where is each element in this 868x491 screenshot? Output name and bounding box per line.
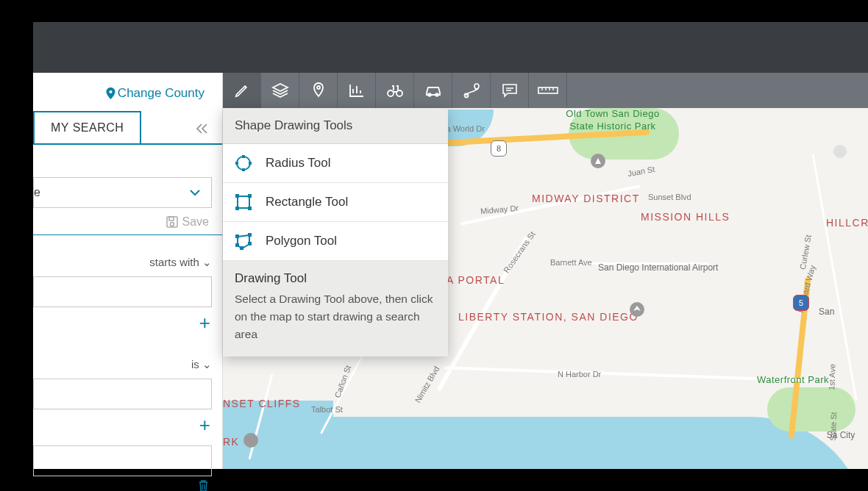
comment-icon: [502, 83, 518, 98]
dropdown-value: e: [34, 186, 40, 199]
panel-footer-description: Select a Drawing Tool above, then click …: [235, 290, 436, 343]
panel-footer-title: Drawing Tool: [235, 271, 436, 286]
poi-label: Old Town San Diego State Historic Park: [561, 108, 664, 133]
panel-footer: Drawing Tool Select a Drawing Tool above…: [223, 261, 448, 356]
svg-rect-18: [248, 207, 252, 210]
filter-input-3[interactable]: [33, 445, 212, 476]
search-sidebar: Change County MY SEARCH e Save: [33, 73, 223, 469]
binoculars-tool-button[interactable]: [376, 73, 414, 108]
svg-point-5: [396, 90, 402, 96]
district-label: MISSION HILLS: [641, 211, 730, 223]
ruler-icon: [538, 85, 558, 96]
chevron-double-left-icon: [196, 123, 209, 135]
poi-marker-icon: [833, 145, 847, 158]
district-label: MIDWAY DISTRICT: [532, 192, 640, 205]
poi-label: San Diego International Airport: [598, 262, 679, 274]
svg-rect-1: [169, 217, 174, 221]
road-label: N Harbor Dr: [558, 370, 601, 379]
map-toolbar: [223, 73, 868, 108]
road-label: Barnett Ave: [550, 258, 592, 267]
chart-tool-button[interactable]: [338, 73, 376, 108]
plus-icon: +: [199, 312, 210, 334]
car-tool-button[interactable]: [414, 73, 452, 108]
map-pin-icon: [312, 82, 325, 99]
road-label: Rosecrans St: [502, 230, 537, 275]
radius-icon: [235, 154, 252, 172]
route-tool-button[interactable]: [452, 73, 491, 108]
district-label: NSET CLIFFS: [223, 398, 301, 409]
search-type-dropdown[interactable]: e: [33, 177, 212, 208]
add-filter-2-button[interactable]: +: [33, 409, 222, 440]
bar-chart-icon: [349, 83, 365, 98]
district-label: A PORTAL: [447, 274, 505, 286]
svg-rect-16: [248, 194, 252, 198]
tab-my-search[interactable]: MY SEARCH: [33, 111, 141, 143]
district-label: LIBERTY STATION, SAN DIEGO: [458, 310, 547, 324]
map-area: Sea World Dr Midway Dr Rosecrans St Juan…: [223, 73, 868, 469]
delete-filter-button[interactable]: [33, 476, 222, 491]
ruler-tool-button[interactable]: [529, 73, 567, 108]
filter-operator-2[interactable]: is ⌄: [33, 337, 222, 376]
highway-shield: 8: [491, 140, 507, 157]
svg-point-4: [388, 90, 394, 96]
airport-marker-icon: [630, 302, 644, 317]
draw-tool-button[interactable]: [223, 73, 261, 108]
pin-tool-button[interactable]: [299, 73, 338, 108]
layers-icon: [271, 82, 289, 98]
svg-rect-22: [240, 246, 243, 250]
app-header: [33, 22, 868, 73]
filter-input-1[interactable]: [33, 276, 212, 307]
svg-rect-19: [235, 234, 239, 238]
polygon-tool-item[interactable]: Polygon Tool: [223, 222, 448, 261]
svg-rect-10: [242, 155, 245, 158]
change-county-link[interactable]: Change County: [33, 73, 222, 110]
change-county-label: Change County: [118, 86, 204, 101]
svg-rect-21: [248, 242, 252, 246]
poi-label: San: [819, 307, 834, 317]
shape-tools-panel: Shape Drawing Tools Radius Tool Rectangl…: [223, 108, 448, 356]
car-icon: [424, 84, 443, 97]
svg-rect-14: [238, 196, 249, 208]
district-label: HILLCRE: [826, 217, 868, 229]
svg-point-2: [170, 223, 174, 226]
binoculars-icon: [385, 83, 405, 98]
filter-input-2[interactable]: [33, 379, 212, 409]
svg-rect-12: [235, 162, 238, 165]
road-label: Sunset Blvd: [648, 193, 691, 201]
svg-rect-13: [249, 162, 252, 165]
radius-tool-item[interactable]: Radius Tool: [223, 144, 448, 183]
panel-item-label: Polygon Tool: [266, 234, 337, 248]
poi-marker-icon: [243, 433, 258, 448]
comment-tool-button[interactable]: [491, 73, 529, 108]
poi-marker-icon: [591, 154, 605, 168]
route-icon: [463, 82, 480, 98]
rectangle-icon: [235, 193, 252, 211]
plus-icon: +: [199, 414, 210, 436]
add-filter-1-button[interactable]: +: [33, 307, 222, 337]
trash-icon: [198, 479, 209, 491]
svg-rect-15: [235, 194, 239, 198]
road-label: Talbot St: [311, 405, 343, 414]
panel-header: Shape Drawing Tools: [223, 108, 448, 144]
save-icon: [166, 216, 178, 228]
svg-rect-23: [235, 243, 239, 247]
svg-rect-20: [248, 233, 252, 237]
filter-operator-1[interactable]: starts with ⌄: [33, 235, 222, 273]
road-label: Juan St: [627, 165, 655, 178]
collapse-sidebar-button[interactable]: [196, 123, 222, 143]
rectangle-tool-item[interactable]: Rectangle Tool: [223, 183, 448, 222]
highway-shield: 5: [793, 295, 809, 311]
svg-rect-17: [235, 207, 239, 210]
panel-item-label: Rectangle Tool: [266, 195, 348, 209]
location-pin-icon: [106, 87, 115, 99]
polygon-icon: [235, 232, 252, 250]
poi-label: Sa City: [826, 430, 855, 440]
tab-label: MY SEARCH: [51, 121, 124, 134]
layers-tool-button[interactable]: [261, 73, 299, 108]
svg-rect-11: [242, 168, 245, 171]
poi-label: Waterfront Park: [756, 374, 830, 386]
svg-point-3: [317, 86, 320, 89]
pencil-icon: [234, 82, 250, 98]
save-button[interactable]: Save: [33, 208, 222, 234]
road-label: Nimitz Blvd: [413, 365, 441, 404]
